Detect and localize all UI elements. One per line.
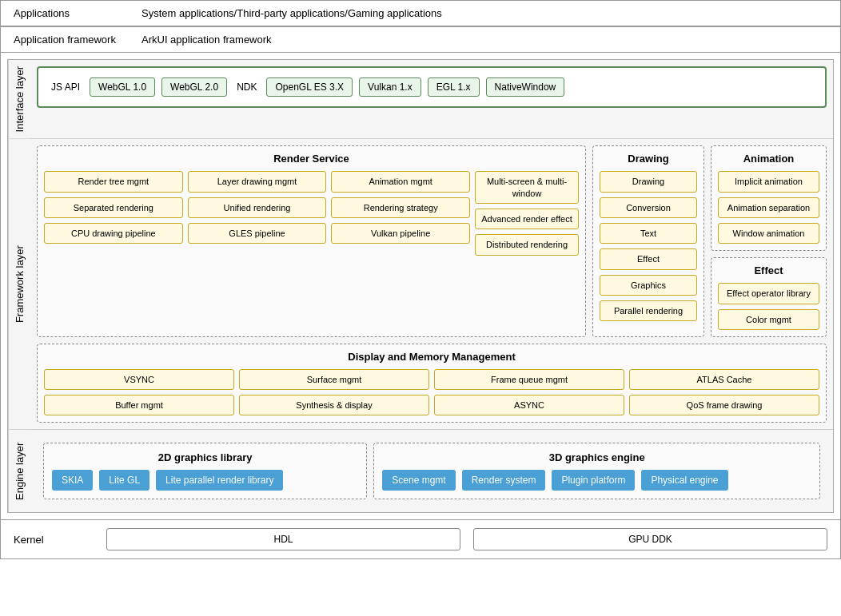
effect-box: Effect Effect operator library Color mgm…	[711, 257, 827, 337]
kernel-label: Kernel	[14, 534, 94, 546]
engine-layer-content: 2D graphics library SKIA Lite GL Lite pa…	[30, 430, 833, 512]
async-cell: ASYNC	[434, 395, 624, 415]
nativewindow-box: NativeWindow	[486, 77, 565, 97]
dmm-title: Display and Memory Management	[44, 351, 819, 363]
drawing-box: Drawing Drawing Conversion Text Effect G…	[592, 145, 704, 336]
layer-drawing-mgmt: Layer drawing mgmt	[188, 171, 327, 192]
engine-2d-box: 2D graphics library SKIA Lite GL Lite pa…	[43, 443, 367, 499]
drawing-cell: Drawing	[600, 171, 697, 192]
buffer-mgmt-cell: Buffer mgmt	[44, 395, 234, 415]
kernel-row: Kernel HDL GPU DDK	[1, 519, 840, 558]
physical-engine-btn: Physical engine	[641, 470, 727, 491]
text-cell: Text	[600, 223, 697, 244]
app-framework-row: Application framework ArkUI application …	[1, 26, 840, 53]
drawing-title: Drawing	[600, 153, 697, 165]
webgl2-box: WebGL 2.0	[161, 77, 227, 97]
egl-box: EGL 1.x	[428, 77, 480, 97]
qos-frame-drawing-cell: QoS frame drawing	[629, 395, 819, 415]
framework-layer-content: Render Service Render tree mgmt Layer dr…	[30, 139, 833, 429]
ndk-label: NDK	[237, 81, 257, 93]
lite-parallel-btn: Lite parallel render library	[156, 470, 283, 491]
dmm-box: Display and Memory Management VSYNC Surf…	[37, 344, 827, 423]
framework-layer: Framework layer Render Service Render tr…	[8, 139, 833, 430]
applications-content: System applications/Third-party applicat…	[141, 7, 442, 19]
interface-layer-content: JS API WebGL 1.0 WebGL 2.0 NDK OpenGL ES…	[30, 60, 833, 138]
distributed-rendering: Distributed rendering	[475, 234, 579, 255]
window-animation: Window animation	[718, 223, 819, 244]
synthesis-display-cell: Synthesis & display	[239, 395, 429, 415]
multi-screen: Multi-screen & multi-window	[475, 171, 579, 204]
animation-separation: Animation separation	[718, 197, 819, 218]
engine-2d-title: 2D graphics library	[52, 451, 358, 463]
effect-operator-library: Effect operator library	[718, 283, 819, 304]
animation-box: Animation Implicit animation Animation s…	[711, 145, 827, 251]
graphics-cell: Graphics	[600, 275, 697, 296]
render-tree-mgmt: Render tree mgmt	[44, 171, 183, 192]
gles-pipeline: GLES pipeline	[188, 223, 327, 244]
unified-rendering: Unified rendering	[188, 197, 327, 218]
webgl1-box: WebGL 1.0	[90, 77, 155, 97]
skia-btn: SKIA	[52, 470, 93, 491]
scene-mgmt-btn: Scene mgmt	[382, 470, 455, 491]
conversion-cell: Conversion	[600, 197, 697, 218]
jsapi-label: JS API	[51, 81, 80, 93]
app-framework-content: ArkUI application framework	[141, 34, 272, 46]
framework-layer-label: Framework layer	[8, 139, 30, 429]
engine-3d-title: 3D graphics engine	[382, 451, 811, 463]
separated-rendering: Separated rendering	[44, 197, 183, 218]
engine-3d-box: 3D graphics engine Scene mgmt Render sys…	[373, 443, 820, 499]
layers-container: Interface layer JS API WebGL 1.0 WebGL 2…	[7, 59, 834, 513]
litegl-btn: Lite GL	[99, 470, 149, 491]
animation-mgmt: Animation mgmt	[331, 171, 470, 192]
applications-row: Applications System applications/Third-p…	[1, 1, 840, 26]
surface-mgmt-cell: Surface mgmt	[239, 369, 429, 390]
vulkan-pipeline: Vulkan pipeline	[331, 223, 470, 244]
interface-layer: Interface layer JS API WebGL 1.0 WebGL 2…	[8, 60, 833, 139]
effect-title: Effect	[718, 264, 819, 276]
parallel-rendering-cell: Parallel rendering	[600, 300, 697, 321]
color-mgmt: Color mgmt	[718, 309, 819, 330]
app-framework-label: Application framework	[14, 34, 141, 46]
rendering-strategy: Rendering strategy	[331, 197, 470, 218]
architecture-diagram: Applications System applications/Third-p…	[0, 0, 841, 559]
plugin-platform-btn: Plugin platform	[552, 470, 635, 491]
advanced-render-effect: Advanced render effect	[475, 209, 579, 229]
interface-layer-label: Interface layer	[8, 60, 30, 138]
implicit-animation: Implicit animation	[718, 171, 819, 192]
engine-layer-label: Engine layer	[8, 430, 30, 512]
vsync-cell: VSYNC	[44, 369, 234, 390]
opengl-box: OpenGL ES 3.X	[266, 77, 353, 97]
render-service-title: Render Service	[44, 153, 579, 165]
effect-cell: Effect	[600, 248, 697, 269]
render-system-btn: Render system	[462, 470, 546, 491]
cpu-drawing-pipeline: CPU drawing pipeline	[44, 223, 183, 244]
interface-box: JS API WebGL 1.0 WebGL 2.0 NDK OpenGL ES…	[37, 66, 827, 108]
atlas-cache-cell: ATLAS Cache	[629, 369, 819, 390]
gpuddk-box: GPU DDK	[473, 528, 827, 550]
applications-label: Applications	[14, 7, 141, 19]
render-service-box: Render Service Render tree mgmt Layer dr…	[37, 145, 586, 336]
frame-queue-mgmt-cell: Frame queue mgmt	[434, 369, 624, 390]
engine-layer: Engine layer 2D graphics library SKIA Li…	[8, 430, 833, 512]
vulkan-box: Vulkan 1.x	[359, 77, 421, 97]
animation-title: Animation	[718, 153, 819, 165]
hdl-box: HDL	[106, 528, 460, 550]
